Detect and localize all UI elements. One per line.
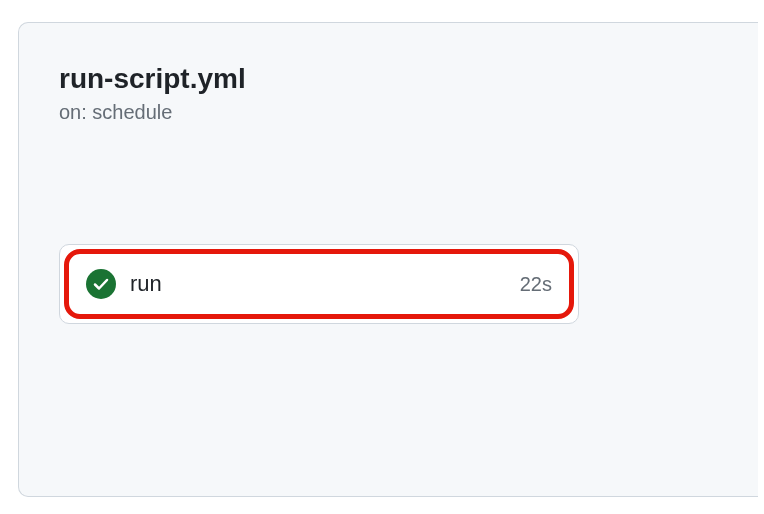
success-check-icon: [86, 269, 116, 299]
workflow-panel: run-script.yml on: schedule run 22s: [18, 22, 758, 497]
svg-point-0: [86, 269, 116, 299]
workflow-trigger: on: schedule: [59, 101, 718, 124]
workflow-title: run-script.yml: [59, 63, 718, 95]
job-card[interactable]: run 22s: [59, 244, 579, 324]
job-duration: 22s: [520, 273, 552, 296]
job-row: run 22s: [70, 255, 568, 313]
job-list: run 22s: [59, 244, 579, 324]
job-name: run: [130, 271, 506, 297]
